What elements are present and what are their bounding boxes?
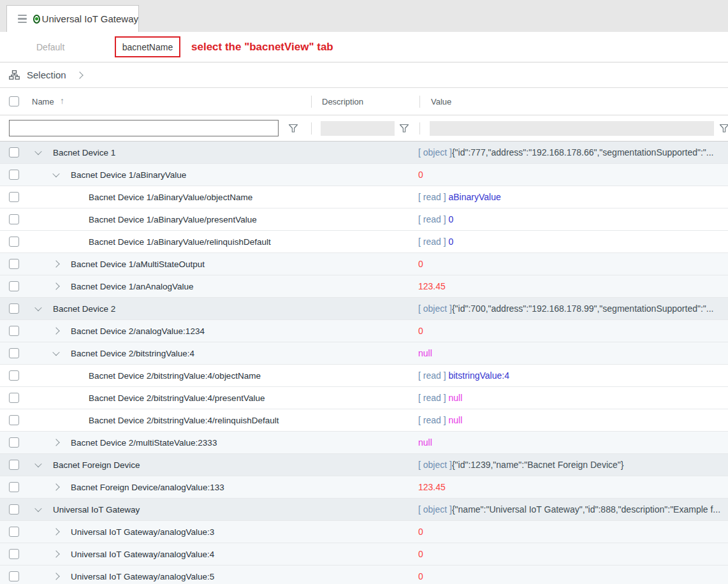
- chevron-slot: [50, 284, 62, 289]
- expand-chevron-icon[interactable]: [52, 282, 59, 289]
- row-checkbox[interactable]: [9, 527, 19, 537]
- row-checkbox[interactable]: [9, 482, 19, 492]
- row-checkbox[interactable]: [9, 303, 19, 314]
- expand-chevron-icon[interactable]: [52, 550, 59, 557]
- row-value: [ object ]{"id":777,"address":"192.168.1…: [418, 147, 728, 157]
- name-filter-input[interactable]: [9, 120, 279, 136]
- sort-ascending-icon[interactable]: ↑: [60, 96, 64, 106]
- row-checkbox[interactable]: [9, 281, 19, 291]
- value-red: 0: [418, 170, 423, 180]
- row-value: null: [418, 437, 728, 448]
- value-tag: [ read ]: [418, 415, 448, 425]
- collapse-chevron-icon[interactable]: [34, 148, 41, 155]
- table-row[interactable]: Bacnet Device 1[ object ]{"id":777,"addr…: [0, 142, 728, 164]
- table-row[interactable]: Bacnet Device 1/aMultiStateOutput0: [0, 253, 728, 275]
- table-row[interactable]: Bacnet Device 1/aBinaryValue0: [0, 164, 728, 186]
- description-filter-input: [321, 121, 395, 136]
- collapse-chevron-icon[interactable]: [52, 349, 59, 356]
- expand-chevron-icon[interactable]: [52, 260, 59, 267]
- row-checkbox[interactable]: [9, 393, 19, 403]
- table-row[interactable]: Universal IoT Gateway/analogValue:50: [0, 566, 728, 584]
- table-row[interactable]: Bacnet Device 2/bitstringValue:4/present…: [0, 387, 728, 409]
- table-row[interactable]: Bacnet Device 1/aBinaryValue/relinquishD…: [0, 231, 728, 253]
- value-tag: [ read ]: [418, 237, 448, 247]
- column-header-value[interactable]: Value: [431, 97, 451, 106]
- indent-spacer: [19, 286, 50, 287]
- value-blue: bitstringValue:4: [448, 370, 509, 381]
- row-checkbox[interactable]: [9, 348, 19, 358]
- indent-spacer: [19, 175, 50, 175]
- row-checkbox[interactable]: [9, 437, 19, 448]
- value-red: 0: [418, 527, 423, 537]
- app-tab-universal-iot-gateway[interactable]: Universal IoT Gateway: [6, 5, 139, 32]
- row-checkbox[interactable]: [9, 415, 19, 425]
- row-value: 123.45: [418, 281, 728, 291]
- table-row[interactable]: Bacnet Device 1/anAnalogValue123.45: [0, 275, 728, 298]
- collapse-chevron-icon[interactable]: [34, 304, 41, 311]
- tab-default[interactable]: Default: [36, 42, 64, 52]
- value-json: {"id":777,"address":"192.168.178.66","se…: [452, 147, 714, 157]
- row-checkbox[interactable]: [9, 147, 19, 157]
- row-checkbox[interactable]: [9, 170, 19, 180]
- breadcrumb-label[interactable]: Selection: [27, 69, 66, 80]
- row-checkbox[interactable]: [9, 237, 19, 247]
- row-value: 0: [418, 170, 728, 180]
- table-row[interactable]: Bacnet Device 1/aBinaryValue/presentValu…: [0, 208, 728, 231]
- table-row[interactable]: Bacnet Foreign Device/analogValue:133123…: [0, 476, 728, 499]
- row-checkbox[interactable]: [9, 370, 19, 381]
- row-value: [ read ] null: [418, 393, 728, 403]
- expand-chevron-icon[interactable]: [52, 327, 59, 334]
- description-filter-icon[interactable]: [399, 124, 409, 136]
- table-row[interactable]: Bacnet Foreign Device[ object ]{"id":123…: [0, 454, 728, 476]
- row-value: null: [418, 348, 728, 358]
- collapse-chevron-icon[interactable]: [34, 460, 41, 467]
- table-row[interactable]: Bacnet Device 2/analogValue:12340: [0, 320, 728, 342]
- table-row[interactable]: Bacnet Device 2/bitstringValue:4/relinqu…: [0, 409, 728, 432]
- row-checkbox[interactable]: [9, 549, 19, 559]
- indent-spacer: [19, 353, 50, 354]
- tab-bacnetname[interactable]: bacnetName: [122, 42, 173, 52]
- table-row[interactable]: Bacnet Device 2/bitstringValue:4/objectN…: [0, 365, 728, 387]
- expand-chevron-icon[interactable]: [52, 528, 59, 535]
- breadcrumb-chevron-icon[interactable]: [76, 71, 83, 78]
- row-name: Bacnet Device 1/aBinaryValue/objectName: [89, 193, 252, 202]
- column-divider: [311, 122, 312, 135]
- table-row[interactable]: Bacnet Device 2/multiStateValue:2333null: [0, 432, 728, 454]
- indent-spacer: [19, 152, 33, 153]
- table-row[interactable]: Universal IoT Gateway[ object ]{"name":"…: [0, 499, 728, 521]
- row-checkbox[interactable]: [9, 504, 19, 515]
- chevron-slot: [50, 351, 62, 356]
- chevron-slot: [50, 485, 62, 490]
- row-name: Bacnet Device 2/bitstringValue:4: [71, 349, 194, 358]
- hamburger-menu-icon[interactable]: [18, 15, 27, 24]
- expand-chevron-icon[interactable]: [52, 573, 59, 580]
- row-checkbox[interactable]: [9, 460, 19, 470]
- table-row[interactable]: Bacnet Device 1/aBinaryValue/objectName[…: [0, 186, 728, 208]
- row-name: Bacnet Foreign Device/analogValue:133: [71, 483, 224, 492]
- value-filter-icon[interactable]: [719, 124, 728, 136]
- collapse-chevron-icon[interactable]: [34, 505, 41, 512]
- column-header-name[interactable]: Name: [32, 97, 54, 106]
- expand-chevron-icon[interactable]: [52, 483, 59, 490]
- row-checkbox[interactable]: [9, 326, 19, 336]
- row-checkbox[interactable]: [9, 571, 19, 581]
- name-filter-icon[interactable]: [288, 124, 298, 136]
- table-row[interactable]: Universal IoT Gateway/analogValue:30: [0, 521, 728, 543]
- indent-spacer: [19, 465, 33, 465]
- value-tag: [ object ]: [418, 460, 452, 470]
- table-row[interactable]: Bacnet Device 2[ object ]{"id":700,"addr…: [0, 298, 728, 320]
- row-checkbox[interactable]: [9, 214, 19, 224]
- indent-spacer: [19, 331, 50, 332]
- indent-spacer: [19, 242, 68, 242]
- expand-chevron-icon[interactable]: [52, 439, 59, 446]
- table-row[interactable]: Bacnet Device 2/bitstringValue:4null: [0, 342, 728, 365]
- collapse-chevron-icon[interactable]: [52, 170, 59, 177]
- select-all-checkbox[interactable]: [9, 96, 19, 106]
- column-header-description[interactable]: Description: [322, 97, 363, 106]
- value-tag: [ read ]: [418, 214, 448, 224]
- indent-spacer: [19, 219, 68, 220]
- row-checkbox[interactable]: [9, 192, 19, 202]
- table-row[interactable]: Universal IoT Gateway/analogValue:40: [0, 543, 728, 566]
- value-tag: [ read ]: [418, 393, 448, 403]
- row-checkbox[interactable]: [9, 259, 19, 269]
